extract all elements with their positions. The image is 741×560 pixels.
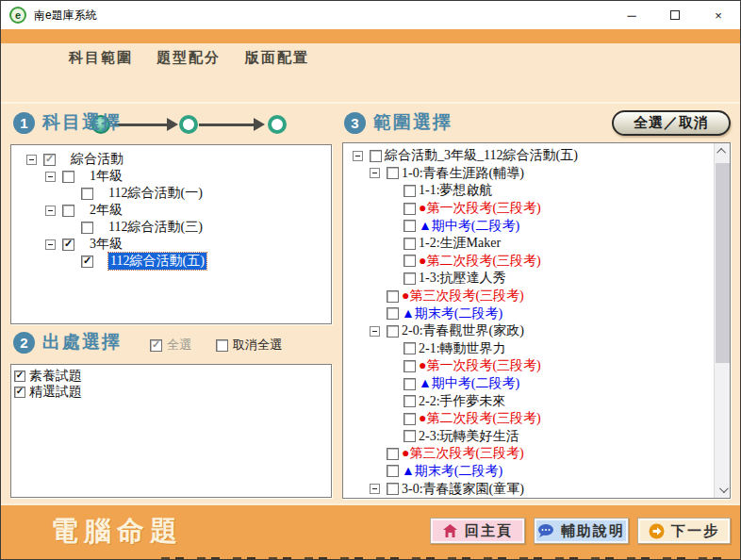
tree-checkbox[interactable] — [403, 430, 416, 442]
scrollbar[interactable] — [714, 143, 730, 498]
tree-collapse-icon[interactable] — [45, 206, 56, 216]
select-all-toggle-button[interactable]: 全選／取消 — [612, 110, 731, 136]
tree-checkbox[interactable] — [81, 222, 93, 234]
tree-item[interactable]: 2-0:青春觀世界(家政) — [360, 322, 715, 340]
tree-checkbox[interactable] — [403, 413, 416, 425]
tree-item-label[interactable]: ●第一次段考(三段考) — [419, 200, 541, 217]
tree-item-label[interactable]: 1-2:生涯Maker — [419, 235, 501, 252]
tree-checkbox[interactable] — [403, 378, 416, 390]
tree-item[interactable]: ▲期末考(二段考) — [360, 305, 715, 322]
tree-item[interactable]: 3-0:青春護家園(童軍) — [360, 480, 715, 498]
source-checkbox[interactable] — [14, 371, 25, 382]
tree-item-label[interactable]: ▲期中考(二段考) — [419, 218, 519, 235]
tree-item[interactable]: 綜合活動 — [11, 151, 331, 168]
tree-item-label[interactable]: 2-1:轉動世界力 — [419, 340, 506, 357]
tree-item[interactable]: ●第三次段考(三段考) — [360, 445, 715, 463]
tree-checkbox[interactable] — [387, 465, 399, 477]
tree-item-label[interactable]: 1年級 — [90, 168, 123, 185]
tree-item-label[interactable]: 2年級 — [90, 202, 123, 219]
tree-checkbox[interactable] — [403, 255, 416, 267]
tree-item[interactable]: ●第一次段考(三段考) — [377, 357, 715, 375]
close-button[interactable]: × — [697, 1, 740, 29]
tree-collapse-icon[interactable] — [26, 155, 37, 165]
tree-item[interactable]: 1-0:青春生涯路(輔導) — [360, 165, 715, 183]
tree-item-label[interactable]: 綜合活動 — [71, 151, 124, 168]
tree-checkbox[interactable] — [403, 203, 416, 215]
tree-item-label[interactable]: 3年級 — [90, 236, 123, 253]
tree-item[interactable]: 3年級 — [30, 236, 331, 253]
tree-item-label[interactable]: ●第二次段考(三段考) — [419, 410, 541, 427]
tree-item-label[interactable]: ●第一次段考(三段考) — [419, 357, 541, 374]
tree-item[interactable]: ▲期中考(二段考) — [377, 375, 715, 393]
tree-item[interactable]: 1年級 — [30, 168, 331, 185]
tree-item[interactable]: 2-3:玩轉美好生活 — [377, 428, 715, 446]
tree-checkbox[interactable] — [403, 360, 416, 372]
minimize-button[interactable]: ─ — [610, 1, 653, 29]
tree-item-label[interactable]: 1-0:青春生涯路(輔導) — [402, 165, 524, 182]
tree-item-label[interactable]: 3-0:青春護家園(童軍) — [402, 481, 524, 498]
tree-item[interactable]: ▲期中考(二段考) — [377, 217, 715, 235]
tree-checkbox[interactable] — [62, 205, 74, 217]
tree-item[interactable]: 2-2:手作夢未來 — [377, 392, 715, 410]
tree-checkbox[interactable] — [387, 290, 399, 303]
tree-item-label[interactable]: ●第二次段考(三段考) — [419, 253, 541, 270]
tree-item-label[interactable]: ▲期末考(二段考) — [402, 305, 502, 322]
tree-item-label[interactable]: ▲期中考(二段考) — [419, 375, 519, 392]
source-list-item[interactable]: 精選試題 — [11, 384, 331, 400]
tree-checkbox[interactable] — [403, 238, 416, 250]
help-button[interactable]: 輔助說明 — [534, 518, 629, 544]
tree-checkbox[interactable] — [403, 185, 416, 197]
tree-checkbox[interactable] — [387, 483, 399, 495]
tree-checkbox[interactable] — [387, 167, 399, 179]
tree-item[interactable]: 112綜合活動(五) — [49, 253, 331, 270]
scroll-down-button[interactable] — [715, 482, 731, 498]
tree-collapse-icon[interactable] — [370, 326, 380, 337]
tree-item[interactable]: ●第二次段考(三段考) — [377, 253, 715, 271]
tree-collapse-icon[interactable] — [45, 172, 56, 182]
tree-checkbox[interactable] — [403, 272, 416, 285]
home-button[interactable]: 回主頁 — [430, 518, 525, 544]
tree-checkbox[interactable] — [387, 307, 399, 320]
tree-item-label[interactable]: ●第三次段考(三段考) — [402, 288, 524, 305]
tree-item[interactable]: 綜合活動_3年級_112綜合活動(五) — [343, 147, 715, 165]
tree-checkbox[interactable] — [81, 255, 93, 268]
deselect-all-checkbox[interactable] — [216, 339, 228, 352]
tree-item-label[interactable]: 112綜合活動(三) — [108, 219, 203, 236]
deselect-all-control[interactable]: 取消全選 — [216, 337, 282, 354]
tree-collapse-icon[interactable] — [45, 239, 56, 250]
next-step-button[interactable]: 下一步 — [637, 518, 731, 544]
tree-item[interactable]: ●第三次段考(三段考) — [360, 288, 715, 305]
tree-item[interactable]: 1-3:抗壓達人秀 — [377, 270, 715, 288]
tree-item[interactable]: 1-2:生涯Maker — [377, 235, 715, 253]
tree-item-label[interactable]: 112綜合活動(一) — [108, 185, 203, 202]
source-checkbox[interactable] — [14, 387, 25, 398]
tree-item[interactable]: 2-1:轉動世界力 — [377, 340, 715, 358]
tree-item-label[interactable]: 112綜合活動(五) — [108, 253, 206, 270]
tree-checkbox[interactable] — [62, 239, 74, 251]
tree-checkbox[interactable] — [403, 220, 416, 232]
tree-checkbox[interactable] — [403, 342, 416, 354]
tree-item[interactable]: 112綜合活動(一) — [49, 185, 331, 202]
tree-checkbox[interactable] — [370, 150, 382, 162]
tree-item[interactable]: ●第二次段考(三段考) — [377, 410, 715, 428]
tree-item[interactable]: 2年級 — [30, 202, 331, 219]
maximize-button[interactable] — [653, 1, 697, 29]
tree-collapse-icon[interactable] — [370, 484, 380, 494]
tree-item-label[interactable]: 2-3:玩轉美好生活 — [419, 428, 519, 445]
tree-item[interactable]: 1-1:夢想啟航 — [377, 182, 715, 200]
tree-checkbox[interactable] — [403, 395, 416, 407]
tree-item[interactable]: 112綜合活動(三) — [49, 219, 331, 236]
select-all-checkbox[interactable] — [150, 339, 162, 352]
tree-item-label[interactable]: 1-1:夢想啟航 — [419, 182, 493, 199]
tree-item-label[interactable]: ●第三次段考(三段考) — [402, 445, 524, 462]
tree-item-label[interactable]: ▲期末考(二段考) — [402, 463, 502, 480]
tree-checkbox[interactable] — [43, 154, 56, 166]
scroll-up-button[interactable] — [715, 143, 731, 159]
tree-checkbox[interactable] — [387, 448, 399, 460]
tree-item-label[interactable]: 2-2:手作夢未來 — [419, 393, 506, 410]
scrollbar-thumb[interactable] — [716, 163, 730, 363]
tree-checkbox[interactable] — [81, 188, 93, 200]
tree-checkbox[interactable] — [62, 171, 74, 183]
tree-item-label[interactable]: 綜合活動_3年級_112綜合活動(五) — [385, 147, 578, 164]
tree-item[interactable]: ▲期末考(二段考) — [360, 463, 715, 481]
